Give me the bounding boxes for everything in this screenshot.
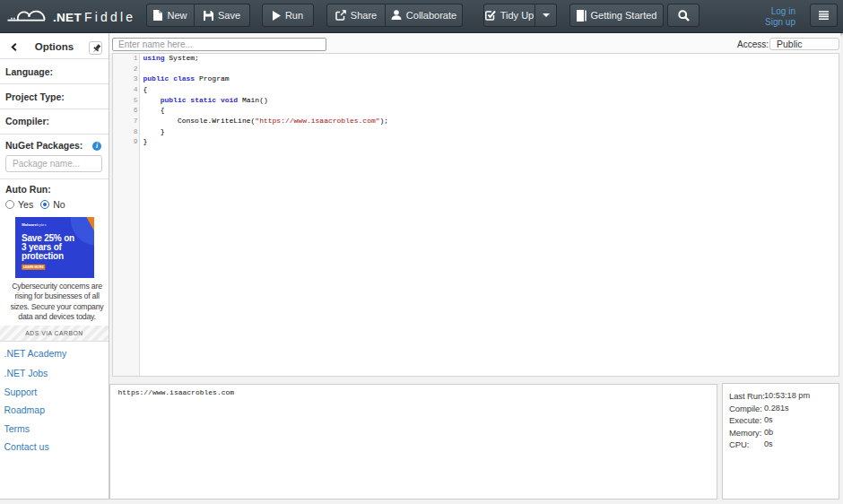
svg-text:protection: protection [22, 251, 64, 261]
svg-text:Malwarebytes: Malwarebytes [22, 222, 47, 227]
svg-text:LEARN MORE: LEARN MORE [22, 265, 44, 269]
